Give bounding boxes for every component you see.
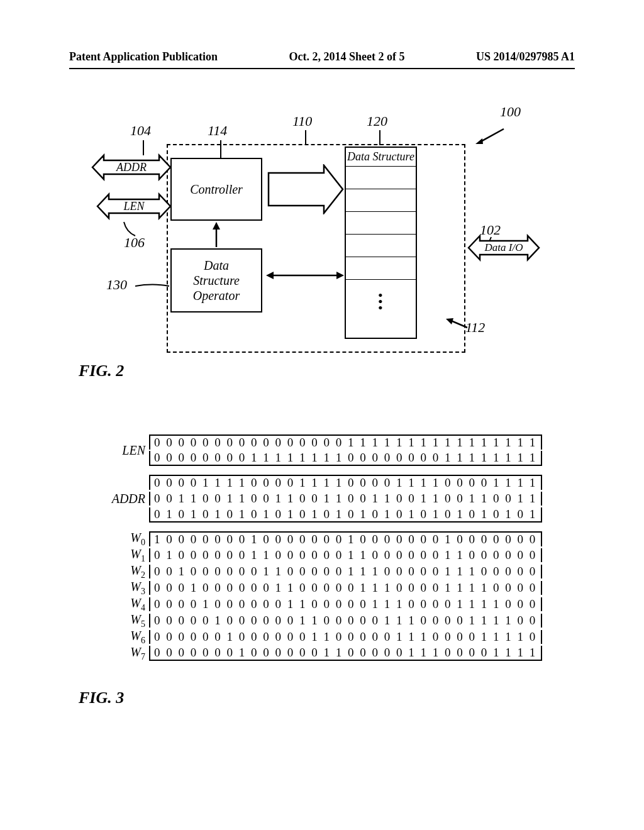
addr-bus: ADDR [91, 153, 173, 182]
svg-marker-7 [269, 165, 343, 213]
dso-to-controller-arrow-icon [211, 222, 222, 248]
row-label-w3: W3 [79, 580, 149, 597]
table-row: W1 0 1 0 0 0 0 0 0 1 1 0 0 0 0 0 0 1 1 0… [79, 547, 563, 563]
header-center: Oct. 2, 2014 Sheet 2 of 5 [289, 50, 405, 64]
dataio-label: Data I/O [484, 241, 523, 253]
addr-row-1: 0 0 1 1 0 0 1 1 0 0 1 1 0 0 1 1 0 0 1 1 … [149, 492, 542, 506]
w-row-7: 0 0 0 0 0 0 0 1 0 0 0 0 0 0 1 1 0 0 0 0 … [149, 646, 542, 661]
w-row-0: 1 0 0 0 0 0 0 0 1 0 0 0 0 0 0 0 1 0 0 0 … [149, 531, 542, 546]
len-row-0: 0 0 0 0 0 0 0 0 0 0 0 0 0 0 0 0 1 1 1 1 … [149, 434, 542, 450]
table-row: W6 0 0 0 0 0 0 1 0 0 0 0 0 0 1 1 0 0 0 0… [79, 629, 563, 645]
table-row: 0 0 0 0 1 1 1 1 0 0 0 0 1 1 1 1 0 0 0 0 … [79, 474, 563, 490]
table-row: W5 0 0 0 0 0 1 0 0 0 0 0 0 1 1 0 0 0 0 0… [79, 612, 563, 629]
addr-row-0: 0 0 0 0 1 1 1 1 0 0 0 0 1 1 1 1 0 0 0 0 … [149, 475, 542, 490]
ref-114: 114 [208, 123, 227, 139]
w-row-1: 0 1 0 0 0 0 0 0 1 1 0 0 0 0 0 0 1 1 0 0 … [149, 548, 542, 562]
data-io-bus: Data I/O [467, 233, 541, 262]
controller-to-ds-arrow-icon [267, 164, 345, 214]
fig3-table: 0 0 0 0 0 0 0 0 0 0 0 0 0 0 0 0 1 1 1 1 … [79, 434, 563, 661]
svg-marker-9 [213, 222, 220, 230]
ds-row [346, 257, 416, 280]
table-row: W4 0 0 0 0 1 0 0 0 0 0 0 1 1 0 0 0 0 0 1… [79, 596, 563, 612]
leader-120 [379, 130, 380, 145]
row-label-len: LEN [79, 443, 149, 458]
row-label-w5: W5 [79, 612, 149, 629]
row-label-addr: ADDR [79, 492, 149, 506]
data-structure-operator-block: Data Structure Operator [170, 248, 262, 313]
table-row: ADDR 0 0 1 1 0 0 1 1 0 0 1 1 0 0 1 1 0 0… [79, 490, 563, 507]
figure-2-caption: FIG. 2 [79, 362, 124, 380]
data-structure-title: Data Structure [346, 148, 416, 167]
svg-marker-1 [475, 138, 483, 144]
ref-110: 110 [292, 113, 312, 130]
ref-120: 120 [367, 113, 387, 130]
ellipsis-icon: ••• [378, 292, 383, 311]
header-left: Patent Application Publication [69, 50, 218, 64]
w-row-5: 0 0 0 0 0 1 0 0 0 0 0 0 1 1 0 0 0 0 0 1 … [149, 614, 542, 628]
w-row-3: 0 0 0 1 0 0 0 0 0 0 1 1 0 0 0 0 0 1 1 1 … [149, 581, 542, 595]
figure-2: 100 110 120 114 104 106 102 130 112 Cont… [85, 104, 569, 362]
header-divider [69, 68, 575, 69]
w-row-2: 0 0 1 0 0 0 0 0 0 1 1 0 0 0 0 0 1 1 1 0 … [149, 565, 542, 578]
row-label-w1: W1 [79, 547, 149, 564]
len-row-1: 0 0 0 0 0 0 0 0 1 1 1 1 1 1 1 1 0 0 0 0 … [149, 451, 542, 466]
w-row-4: 0 0 0 0 1 0 0 0 0 0 0 1 1 0 0 0 0 0 1 1 … [149, 597, 542, 611]
ds-row [346, 189, 416, 212]
figure-3: 0 0 0 0 0 0 0 0 0 0 0 0 0 0 0 0 1 1 1 1 … [79, 434, 563, 661]
table-row: 0 1 0 1 0 1 0 1 0 1 0 1 0 1 0 1 0 1 0 1 … [79, 507, 563, 523]
svg-marker-12 [336, 272, 344, 279]
leader-106 [121, 221, 140, 237]
leader-110 [305, 130, 306, 145]
figure-3-caption: FIG. 3 [79, 689, 124, 707]
row-label-w4: W4 [79, 596, 149, 613]
ds-row [346, 167, 416, 189]
dso-label: Data Structure Operator [193, 258, 240, 303]
arrow-100 [474, 128, 505, 145]
row-label-w7: W7 [79, 645, 149, 662]
dso-to-ds-arrow-icon [266, 270, 345, 281]
controller-label: Controller [190, 182, 243, 197]
table-row: 0 0 0 0 0 0 0 0 0 0 0 0 0 0 0 0 1 1 1 1 … [79, 434, 563, 450]
ref-130: 130 [106, 277, 127, 293]
table-row: W3 0 0 0 1 0 0 0 0 0 0 1 1 0 0 0 0 0 1 1… [79, 580, 563, 596]
ds-row [346, 235, 416, 257]
controller-block: Controller [170, 158, 262, 221]
svg-marker-11 [266, 272, 274, 279]
table-row: LEN 0 0 0 0 0 0 0 0 1 1 1 1 1 1 1 1 0 0 … [79, 450, 563, 467]
addr-label: ADDR [116, 161, 147, 174]
len-bus: LEN [96, 192, 173, 221]
ref-104: 104 [130, 123, 151, 139]
ref-100: 100 [500, 104, 521, 120]
patent-header: Patent Application Publication Oct. 2, 2… [69, 50, 575, 64]
len-label: LEN [123, 200, 145, 213]
ds-row [346, 212, 416, 235]
table-row: W0 1 0 0 0 0 0 0 0 1 0 0 0 0 0 0 0 1 0 0… [79, 531, 563, 547]
table-row: W2 0 0 1 0 0 0 0 0 0 1 1 0 0 0 0 0 1 1 1… [79, 563, 563, 580]
row-label-w0: W0 [79, 531, 149, 548]
leader-130 [135, 284, 170, 289]
w-row-6: 0 0 0 0 0 0 1 0 0 0 0 0 0 1 1 0 0 0 0 0 … [149, 630, 542, 644]
header-right: US 2014/0297985 A1 [476, 50, 575, 64]
row-label-w6: W6 [79, 629, 149, 646]
table-row: W7 0 0 0 0 0 0 0 1 0 0 0 0 0 0 1 1 0 0 0… [79, 645, 563, 661]
addr-row-2: 0 1 0 1 0 1 0 1 0 1 0 1 0 1 0 1 0 1 0 1 … [149, 507, 542, 523]
row-label-w2: W2 [79, 563, 149, 580]
